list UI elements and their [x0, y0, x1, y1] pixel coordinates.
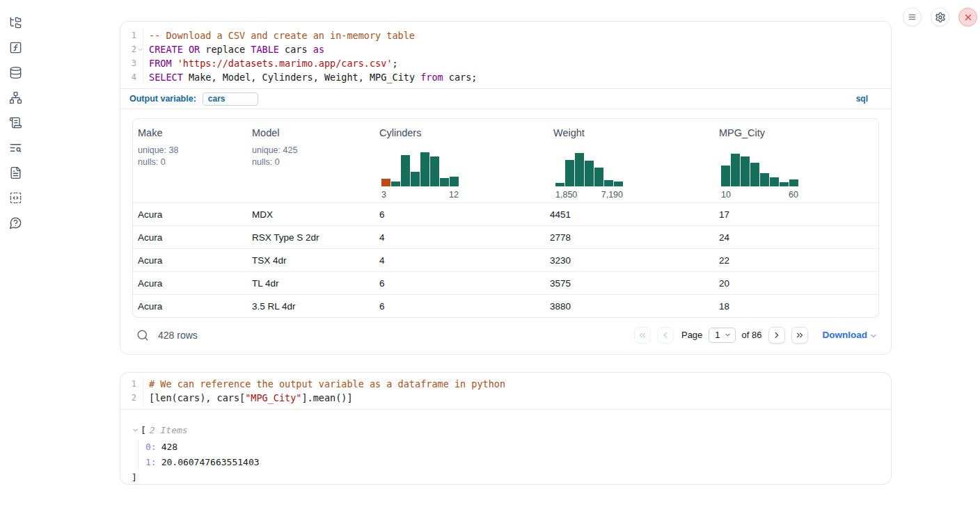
column-name: Make	[138, 127, 242, 138]
first-page-button[interactable]	[634, 327, 651, 344]
column-name: Weight	[553, 127, 709, 138]
tree-item: 1:20.060747663551403	[145, 454, 880, 469]
item-key: 1:	[145, 457, 157, 467]
histogram-bar	[391, 182, 400, 186]
next-page-button[interactable]	[768, 327, 785, 344]
menu-icon	[908, 13, 917, 22]
histogram-axis: 312	[381, 190, 459, 200]
fold-chevron-icon[interactable]	[137, 47, 143, 53]
table-cell: 18	[714, 301, 878, 312]
table-row[interactable]: AcuraRSX Type S 2dr4277824	[133, 225, 878, 248]
item-key: 0:	[145, 442, 157, 452]
table-cell: 3575	[545, 278, 714, 289]
histogram-bar	[741, 156, 750, 186]
help-icon[interactable]	[9, 216, 22, 230]
code-line: 2[len(cars), cars["MPG_City"].mean()]	[120, 391, 891, 405]
histogram-bar	[780, 182, 789, 186]
table-row[interactable]: AcuraTSX 4dr4323022	[133, 248, 878, 271]
histogram-bar	[770, 177, 779, 186]
sql-editor[interactable]: 1-- Download a CSV and create an in-memo…	[120, 22, 891, 88]
column-header[interactable]: MPG_City1060	[714, 119, 878, 202]
last-page-button[interactable]	[791, 327, 808, 344]
notebook: 1-- Download a CSV and create an in-memo…	[120, 21, 892, 485]
close-icon	[963, 13, 973, 22]
column-histogram[interactable]: 312	[381, 148, 459, 200]
shutdown-button[interactable]	[958, 8, 977, 26]
column-header[interactable]: Modelunique: 425nulls: 0	[247, 119, 374, 202]
topbar	[903, 8, 977, 26]
python-editor[interactable]: 1# We can reference the output variable …	[120, 373, 891, 409]
column-stats: unique: 38nulls: 0	[138, 145, 242, 168]
column-header[interactable]: Makeunique: 38nulls: 0	[133, 119, 247, 202]
histogram-bar	[401, 155, 410, 186]
code-line: 3FROM 'https://datasets.marimo.app/cars.…	[120, 56, 891, 70]
histogram-axis: 1,8507,190	[555, 190, 623, 200]
output-variable-label: Output variable:	[129, 94, 196, 104]
line-number: 1	[120, 29, 143, 42]
search-icon[interactable]	[136, 329, 149, 341]
column-histogram[interactable]: 1060	[721, 148, 798, 200]
table-cell: 4451	[545, 209, 714, 220]
python-cell: 1# We can reference the output variable …	[120, 372, 892, 485]
table-row[interactable]: Acura3.5 RL 4dr6388018	[133, 294, 878, 317]
table-cell: 20	[714, 278, 878, 289]
line-number: 4	[120, 70, 143, 84]
download-label: Download	[823, 330, 868, 340]
table-row[interactable]: AcuraTL 4dr6357520	[133, 271, 878, 294]
settings-button[interactable]	[931, 8, 949, 26]
item-count: 2 Items	[150, 425, 188, 435]
column-stats: unique: 425nulls: 0	[252, 145, 370, 168]
table-row[interactable]: AcuraMDX6445117	[133, 202, 878, 225]
table-cell: 6	[374, 278, 545, 289]
line-number: 3	[120, 56, 143, 70]
close-bracket: ]	[132, 470, 880, 484]
function-square-icon[interactable]	[9, 41, 22, 54]
column-header[interactable]: Cylinders312	[374, 119, 548, 202]
histogram-bar	[760, 173, 769, 186]
histogram-bar	[381, 179, 390, 186]
table-cell: Acura	[133, 255, 247, 266]
language-badge[interactable]: sql	[856, 94, 868, 104]
table-cell: Acura	[133, 278, 247, 289]
chevron-down-icon	[724, 331, 732, 339]
code-line: 1-- Download a CSV and create an in-memo…	[120, 29, 891, 42]
table-cell: RSX Type S 2dr	[247, 232, 374, 243]
scroll-text-icon[interactable]	[9, 116, 22, 129]
page-label: Page	[681, 330, 702, 340]
file-text-icon[interactable]	[9, 166, 22, 179]
column-name: Cylinders	[379, 127, 544, 138]
python-cell-output: [ 2 Items 0:4281:20.060747663551403 ]	[120, 409, 891, 484]
database-icon[interactable]	[9, 66, 22, 79]
chevron-right-icon	[772, 330, 782, 340]
table-cell: 17	[714, 209, 878, 220]
text-search-icon[interactable]	[9, 141, 22, 154]
sql-cell-output: Makeunique: 38nulls: 0Modelunique: 425nu…	[120, 108, 891, 354]
histogram-bar	[440, 178, 449, 186]
line-number: 1	[120, 377, 143, 391]
column-header[interactable]: Weight1,8507,190	[548, 119, 714, 202]
histogram-bar	[585, 161, 594, 186]
histogram-bar	[450, 177, 459, 186]
code-line: 2CREATE OR replace TABLE cars as	[120, 42, 891, 56]
gear-icon	[935, 12, 946, 23]
column-name: Model	[252, 127, 370, 138]
column-name: MPG_City	[719, 127, 874, 138]
menu-button[interactable]	[903, 8, 922, 26]
snippets-icon[interactable]	[9, 191, 22, 204]
histogram-bar	[420, 152, 429, 186]
histogram-bar	[614, 182, 623, 186]
table-cell: 3230	[545, 255, 714, 266]
column-histogram[interactable]: 1,8507,190	[555, 148, 623, 200]
network-icon[interactable]	[9, 91, 22, 104]
tree-header[interactable]: [ 2 Items	[132, 423, 880, 437]
sql-cell: 1-- Download a CSV and create an in-memo…	[120, 21, 892, 355]
page-select[interactable]: 1	[709, 328, 735, 343]
output-variable-input[interactable]	[203, 92, 258, 106]
open-bracket: [	[141, 425, 146, 435]
table-cell: 6	[374, 209, 545, 220]
download-button[interactable]: Download	[823, 330, 878, 340]
histogram-bar	[721, 166, 730, 186]
page-total: of 86	[742, 330, 762, 340]
prev-page-button[interactable]	[657, 327, 674, 344]
file-tree-icon[interactable]	[9, 16, 22, 29]
